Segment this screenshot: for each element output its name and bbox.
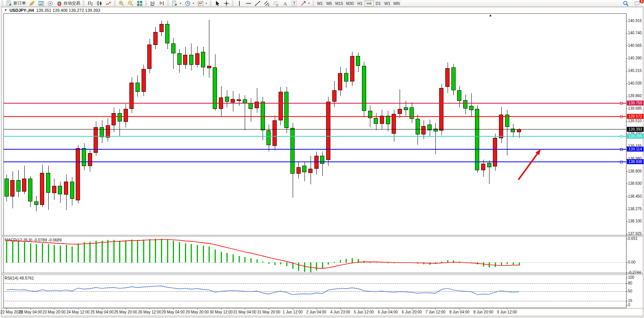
vertical-line-button[interactable] bbox=[235, 0, 244, 6]
macd-histogram-bar bbox=[89, 242, 91, 262]
macd-axis-label: -0.2744 bbox=[628, 270, 641, 275]
fibonacci-button[interactable]: F bbox=[271, 0, 281, 6]
candle bbox=[58, 186, 62, 194]
time-axis-tick bbox=[412, 308, 412, 310]
macd-histogram-bar bbox=[215, 249, 216, 263]
macd-histogram-bar bbox=[233, 254, 234, 262]
tf-m5[interactable]: M5 bbox=[325, 0, 334, 6]
time-axis-label: 1 Jun 12:00 bbox=[283, 310, 303, 314]
bottom-strip bbox=[2, 315, 643, 318]
macd-histogram-bar bbox=[203, 246, 204, 262]
macd-histogram-bar bbox=[423, 262, 424, 264]
candle bbox=[344, 73, 348, 81]
horizontal-line-button[interactable] bbox=[244, 0, 253, 6]
equidistant-channel-button[interactable]: E bbox=[262, 0, 271, 6]
panel-splitter-rsi[interactable] bbox=[2, 273, 643, 275]
chart-shift-button[interactable] bbox=[157, 0, 166, 6]
time-axis-label: 25 May 20:00 bbox=[114, 310, 137, 314]
candle bbox=[320, 156, 324, 164]
tf-m30[interactable]: M30 bbox=[344, 0, 355, 6]
toolbar-right-icons: 1 bbox=[621, 0, 642, 7]
candle bbox=[290, 128, 295, 174]
periods-button[interactable]: ▼ bbox=[183, 0, 196, 6]
arrows-button[interactable]: ▼ bbox=[299, 0, 312, 6]
candle bbox=[153, 32, 158, 45]
candle bbox=[40, 173, 44, 205]
toolbar-group-new-objects: ▼▼▼ bbox=[166, 0, 209, 7]
macd-histogram-bar bbox=[42, 243, 43, 262]
candle bbox=[416, 119, 420, 134]
rsi-axis-label: 100 bbox=[628, 275, 634, 280]
macd-histogram-bar bbox=[173, 241, 174, 263]
toolbar-group-chart-type bbox=[82, 0, 113, 7]
candle bbox=[64, 182, 68, 195]
panel-splitter-macd[interactable] bbox=[2, 235, 643, 237]
macd-histogram-bar bbox=[322, 262, 323, 268]
price-axis-label: 138.275 bbox=[628, 207, 642, 211]
macd-histogram-bar bbox=[262, 262, 263, 263]
macd-histogram-bar bbox=[399, 262, 400, 263]
candle bbox=[16, 180, 21, 192]
time-axis-label: 26 May 12:00 bbox=[138, 310, 161, 314]
svg-text:T: T bbox=[293, 1, 296, 6]
candle-wick bbox=[471, 93, 472, 116]
notifications-button[interactable]: 1 bbox=[633, 0, 642, 7]
zoom-out-button[interactable] bbox=[126, 0, 135, 6]
price-axis-label: 139.685 bbox=[628, 106, 642, 110]
tf-w1[interactable]: W1 bbox=[383, 0, 392, 6]
tf-h1[interactable]: H1 bbox=[355, 0, 365, 6]
macd-histogram-bar bbox=[36, 244, 37, 262]
tf-mn[interactable]: MN bbox=[392, 0, 401, 6]
tf-d1[interactable]: D1 bbox=[374, 0, 383, 6]
templates-button[interactable]: ▼ bbox=[196, 0, 209, 6]
candle bbox=[183, 55, 187, 65]
crosshair-button[interactable] bbox=[222, 0, 231, 6]
window-menu-icon[interactable]: ▼ bbox=[4, 8, 7, 12]
search-icon bbox=[623, 0, 629, 6]
macd-histogram-bar bbox=[477, 262, 478, 264]
text-label-button[interactable]: T bbox=[290, 0, 299, 6]
candle bbox=[82, 148, 86, 166]
price-chart-canvas[interactable] bbox=[3, 13, 626, 235]
time-axis-label: 2 Jun 04:00 bbox=[306, 310, 326, 314]
price-axis-tick bbox=[626, 21, 628, 21]
tf-m15[interactable]: M15 bbox=[334, 0, 344, 6]
cursor-button[interactable] bbox=[213, 0, 222, 6]
macd-histogram-bar bbox=[66, 245, 67, 262]
macd-zero-line bbox=[3, 262, 626, 263]
zoom-in-button[interactable] bbox=[117, 0, 126, 6]
chart-symbol-period: USDJPY-,H4 bbox=[10, 8, 34, 13]
rsi-axis-label: 50 bbox=[628, 289, 632, 293]
macd-value-signal: -0.0689 bbox=[48, 238, 62, 242]
price-axis-tick bbox=[626, 96, 628, 96]
macd-panel-canvas[interactable] bbox=[3, 237, 626, 273]
macd-histogram-bar bbox=[453, 260, 454, 263]
new-order-button[interactable]: 新订单 bbox=[5, 0, 27, 6]
candle bbox=[380, 116, 384, 124]
line-chart-button[interactable] bbox=[104, 0, 113, 6]
time-axis-label: 4 Jun 23:00 bbox=[330, 310, 350, 314]
bar-chart-button[interactable] bbox=[86, 0, 95, 6]
macd-histogram-bar bbox=[459, 262, 460, 263]
text-button[interactable]: A bbox=[281, 0, 290, 6]
styler-button[interactable] bbox=[27, 0, 37, 6]
candle bbox=[237, 99, 241, 101]
template-icon bbox=[198, 0, 204, 6]
trendline-button[interactable] bbox=[253, 0, 262, 6]
macd-histogram-bar bbox=[197, 245, 198, 262]
new-chart-button[interactable]: ▼ bbox=[170, 0, 183, 6]
macd-histogram-bar bbox=[519, 262, 520, 265]
open-chart-button[interactable] bbox=[37, 0, 46, 6]
time-axis-label: 25 May 04:00 bbox=[91, 310, 114, 314]
macd-histogram-bar bbox=[298, 262, 299, 271]
candle bbox=[22, 179, 26, 192]
tile-windows-button[interactable] bbox=[135, 0, 144, 6]
signals-button[interactable] bbox=[46, 0, 55, 6]
candle-chart-button[interactable] bbox=[95, 0, 104, 6]
tf-h4[interactable]: H4 bbox=[365, 0, 374, 6]
time-axis-tick bbox=[293, 308, 293, 310]
search-button[interactable] bbox=[621, 0, 630, 7]
auto-trading-button[interactable]: 自动交易 bbox=[55, 0, 82, 6]
tf-m1[interactable]: M1 bbox=[316, 0, 325, 6]
auto-scroll-button[interactable] bbox=[148, 0, 157, 6]
